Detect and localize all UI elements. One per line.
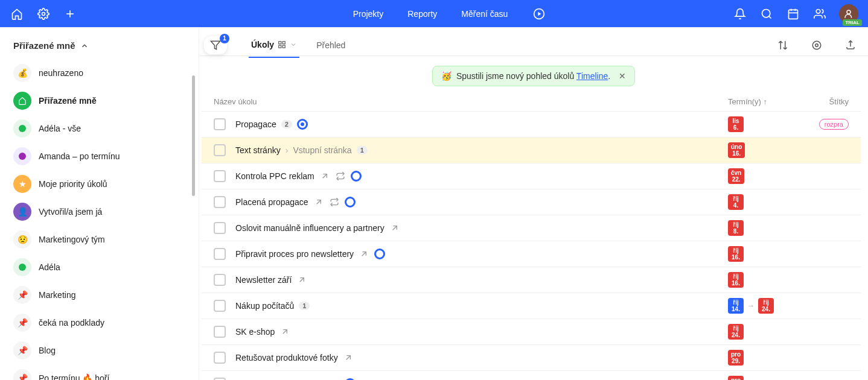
task-row[interactable]: SK e-shopříj24.	[202, 319, 861, 345]
sidebar-item[interactable]: Amanda – po termínu	[11, 142, 199, 170]
task-row[interactable]: Newsletter záříříj16.	[202, 267, 861, 293]
task-row[interactable]: Udělat produktové fotkypro30.	[202, 371, 861, 380]
svg-rect-14	[279, 41, 281, 43]
tab-overview[interactable]: Přehled	[314, 33, 348, 57]
gear-icon[interactable]	[36, 7, 51, 21]
sidebar-item[interactable]: 📌Blog	[11, 337, 199, 364]
task-name: Newsletter září	[235, 275, 292, 285]
timeline-banner: 🥳 Spustili jsme nový pohled úkolů Timeli…	[432, 66, 635, 86]
sidebar-scrollbar[interactable]	[192, 75, 195, 196]
task-subname: Vstupní stránka	[293, 145, 351, 155]
task-name-cell: Připravit proces pro newslettery	[235, 249, 728, 259]
sidebar-item[interactable]: 📌Po termínu 🔥 hoří	[11, 364, 199, 380]
task-checkbox[interactable]	[214, 352, 226, 364]
close-icon[interactable]: ✕	[619, 71, 626, 81]
arrow-icon: →	[747, 302, 755, 310]
task-date: pro29.	[728, 350, 812, 366]
task-name-cell: SK e-shop	[235, 326, 728, 337]
task-checkbox[interactable]	[214, 118, 226, 130]
grid-icon	[278, 40, 286, 49]
task-name-cell: Nákup počítačů1	[235, 301, 728, 311]
task-row[interactable]: Placená propagaceříj4.	[202, 189, 861, 215]
filter-count-badge: 1	[220, 34, 229, 43]
sidebar-item-label: Adéla - vše	[39, 124, 81, 133]
sidebar-item-icon: 📌	[13, 314, 31, 332]
task-row[interactable]: Připravit proces pro newsletteryříj16.	[202, 241, 861, 267]
sidebar-item-label: neuhrazeno	[39, 68, 83, 78]
sidebar-item[interactable]: 📌Marketing	[11, 281, 199, 309]
external-link-icon	[319, 171, 330, 182]
sidebar-item-icon	[13, 92, 31, 110]
sidebar-item-label: čeká na podklady	[39, 318, 104, 328]
task-table: Název úkolu Termín(y) ↑ Štítky Propagace…	[199, 92, 868, 380]
task-checkbox[interactable]	[214, 170, 226, 182]
task-row[interactable]: Nákup počítačů1říj14.→říj24.	[202, 293, 861, 319]
sidebar-item[interactable]: 💰neuhrazeno	[11, 59, 199, 87]
task-checkbox[interactable]	[214, 378, 226, 380]
task-checkbox[interactable]	[214, 248, 226, 260]
task-name: Text stránky	[235, 145, 281, 155]
task-row[interactable]: Text stránky›Vstupní stránka1úno16.	[202, 138, 861, 163]
export-icon[interactable]	[845, 40, 856, 51]
people-icon[interactable]	[812, 7, 827, 21]
avatar[interactable]: TRIAL	[839, 4, 858, 24]
task-checkbox[interactable]	[214, 144, 226, 156]
settings-icon[interactable]	[811, 40, 822, 51]
col-date[interactable]: Termín(y) ↑	[728, 97, 812, 106]
task-date: pro30.	[728, 376, 812, 380]
tag-pill[interactable]: rozpra	[819, 119, 849, 130]
tab-tasks[interactable]: Úkoly	[249, 33, 299, 58]
task-row[interactable]: Oslovit manuálně influencery a partneryř…	[202, 215, 861, 241]
task-name-cell: Oslovit manuálně influencery a partnery	[235, 223, 728, 233]
sidebar-item[interactable]: Adéla	[11, 253, 199, 281]
col-tags[interactable]: Štítky	[812, 97, 849, 106]
task-name: Placená propagace	[235, 197, 308, 207]
task-checkbox[interactable]	[214, 222, 226, 234]
sidebar-item[interactable]: 👤Vytvořil/a jsem já	[11, 198, 199, 226]
sidebar-item-icon: 📌	[13, 286, 31, 304]
sidebar-item[interactable]: Adéla - vše	[11, 115, 199, 142]
filter-button[interactable]: 1	[204, 36, 227, 54]
home-icon[interactable]	[10, 7, 24, 21]
plus-icon[interactable]	[63, 7, 77, 21]
col-name[interactable]: Název úkolu	[214, 97, 728, 106]
sidebar-item[interactable]: 📌čeká na podklady	[11, 309, 199, 337]
svg-point-0	[42, 12, 45, 15]
nav-reports[interactable]: Reporty	[407, 9, 437, 19]
play-icon[interactable]	[532, 7, 546, 21]
top-nav-left	[10, 7, 167, 21]
sidebar-item[interactable]: 😟Marketingový tým	[11, 226, 199, 253]
nav-projects[interactable]: Projekty	[353, 9, 384, 19]
task-row[interactable]: Kontrola PPC reklamčvn22.	[202, 163, 861, 189]
task-checkbox[interactable]	[214, 196, 226, 208]
task-checkbox[interactable]	[214, 300, 226, 312]
task-name: Oslovit manuálně influencery a partnery	[235, 223, 385, 233]
sidebar-item-label: Moje priority úkolů	[39, 179, 107, 189]
task-checkbox[interactable]	[214, 326, 226, 338]
task-checkbox[interactable]	[214, 274, 226, 286]
search-icon[interactable]	[759, 7, 774, 21]
ring-icon	[374, 249, 385, 259]
task-row[interactable]: Propagace2lis6.rozpra	[202, 112, 861, 138]
task-name-cell: Propagace2	[235, 119, 728, 130]
sidebar-title-label: Přiřazené mně	[13, 40, 75, 51]
banner-link[interactable]: Timeline	[576, 71, 608, 81]
subtask-count: 1	[299, 302, 310, 310]
bell-icon[interactable]	[733, 7, 747, 21]
sidebar-item-label: Po termínu 🔥 hoří	[39, 373, 109, 380]
main: 1 Úkoly Přehled 🥳 Spustili jsme nový poh…	[199, 27, 868, 380]
sidebar-item-label: Amanda – po termínu	[39, 151, 120, 161]
date-pill: lis6.	[728, 116, 744, 132]
sidebar-item[interactable]: Přiřazené mně	[11, 87, 199, 115]
task-row[interactable]: Retušovat produktové fotkypro29.	[202, 345, 861, 371]
sidebar-item[interactable]: ★Moje priority úkolů	[11, 170, 199, 198]
sidebar-title[interactable]: Přiřazené mně	[11, 38, 199, 59]
sort-icon[interactable]	[777, 40, 788, 51]
banner-text: Spustili jsme nový pohled úkolů Timeline…	[456, 71, 610, 81]
repeat-icon	[329, 197, 340, 207]
date-pill: říj14.	[728, 298, 744, 314]
nav-time-tracking[interactable]: Měření času	[461, 9, 508, 19]
sidebar-item-label: Marketing	[39, 290, 75, 300]
task-date: říj4.	[728, 194, 812, 210]
calendar-icon[interactable]	[786, 7, 800, 21]
